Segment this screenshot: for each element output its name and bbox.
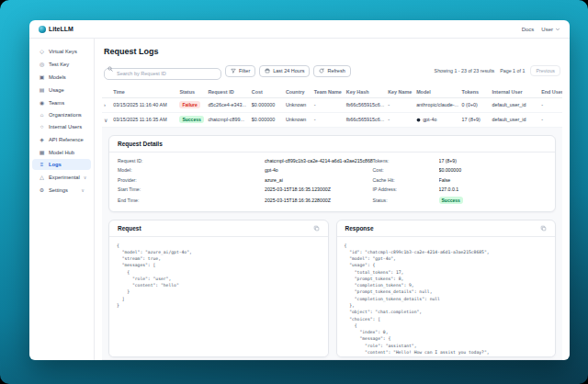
- cell-end-user: -: [539, 97, 562, 112]
- request-panel: Request { "model": "azure_ai/gpt-4o", "s…: [108, 220, 329, 357]
- request-logs-table: Time Status Request ID Cost Country Team…: [102, 86, 562, 128]
- litellm-logo[interactable]: LiteLLM: [39, 26, 74, 33]
- chevron-down-icon: ∨: [84, 175, 87, 180]
- detail-label: Start Time:: [118, 186, 265, 192]
- detail-value-cost: $0.000000: [439, 167, 548, 173]
- sidebar-item-usage[interactable]: ▤Usage: [32, 84, 91, 96]
- cell-country: Unknown: [284, 97, 312, 112]
- refresh-button[interactable]: Refresh: [313, 65, 350, 77]
- table-row[interactable]: › 03/15/2025 11:16:40 AM Failure d5c26ce…: [102, 97, 562, 112]
- detail-value-start-time: 2025-03-15T18:16:35.123000Z: [265, 186, 373, 192]
- logs-icon: ≡: [39, 162, 45, 167]
- litellm-app-window: LiteLLM Docs User ◇Virtual Keys ◎Test Ke…: [29, 20, 570, 360]
- desktop-backdrop: LiteLLM Docs User ◇Virtual Keys ◎Test Ke…: [0, 0, 588, 384]
- detail-label: End Time:: [118, 198, 265, 203]
- cell-request-id: d5c26ce4-e343...: [206, 97, 249, 112]
- docs-link[interactable]: Docs: [522, 27, 535, 32]
- user-menu[interactable]: User: [541, 27, 560, 32]
- sidebar-item-models[interactable]: ▣Models: [32, 71, 91, 83]
- openai-icon: [416, 118, 421, 122]
- results-count: Showing 1 - 23 of 23 results: [435, 68, 495, 73]
- search-input[interactable]: [104, 68, 221, 80]
- litellm-logo-text: LiteLLM: [49, 26, 74, 32]
- chevron-down-icon: ∨: [81, 187, 85, 193]
- sidebar-item-virtual-keys[interactable]: ◇Virtual Keys: [32, 45, 91, 57]
- response-panel-title: Response: [345, 225, 374, 232]
- col-key-hash[interactable]: Key Hash: [345, 86, 386, 98]
- cell-team-name: -: [312, 112, 345, 127]
- col-request-id[interactable]: Request ID: [206, 86, 249, 98]
- col-tokens[interactable]: Tokens: [460, 86, 491, 98]
- search-icon: [107, 66, 113, 72]
- collapse-row-icon[interactable]: ∨: [104, 118, 107, 123]
- col-model[interactable]: Model: [414, 86, 459, 98]
- sidebar-item-api-reference[interactable]: ◈API Reference: [32, 133, 91, 145]
- sidebar-item-test-key[interactable]: ◎Test Key: [32, 58, 91, 70]
- col-end-user[interactable]: End User: [539, 86, 562, 98]
- models-icon: ▣: [39, 73, 45, 80]
- sidebar-item-experimental[interactable]: △Experimental∨: [32, 171, 91, 183]
- sidebar-item-internal-users[interactable]: ○Internal Users: [32, 121, 91, 132]
- sidebar-item-logs[interactable]: ≡Logs: [32, 159, 91, 170]
- filter-funnel-icon: [231, 68, 236, 73]
- cell-time: 03/15/2025 11:16:35 AM: [111, 112, 177, 127]
- chevron-down-icon: [555, 27, 560, 32]
- user-menu-label: User: [541, 27, 553, 32]
- col-team-name[interactable]: Team Name: [312, 86, 345, 98]
- detail-value-provider: azure_ai: [265, 177, 373, 183]
- request-details-title: Request Details: [118, 141, 163, 147]
- copy-icon[interactable]: [540, 225, 547, 232]
- col-internal-user[interactable]: Internal User: [491, 86, 540, 98]
- cell-cost: $0.000000: [250, 97, 284, 112]
- sidebar-item-settings[interactable]: ⚙Settings∨: [32, 184, 91, 196]
- col-time[interactable]: Time: [111, 86, 177, 98]
- table-row-expanded[interactable]: ∨ 03/15/2025 11:16:35 AM Success chatcmp…: [102, 112, 562, 127]
- detail-label: Cache Hit:: [373, 177, 439, 183]
- expand-row-icon[interactable]: ›: [104, 102, 106, 107]
- filter-button[interactable]: Filter: [225, 65, 255, 77]
- previous-page-button[interactable]: Previous: [530, 65, 560, 76]
- settings-icon: ⚙: [39, 186, 45, 193]
- response-json: { "id": "chatcmpl-c899c1b3-ca2e-4214-a6d…: [337, 237, 556, 356]
- page-indicator: Page 1 of 1: [500, 68, 525, 73]
- status-badge: Success: [179, 116, 203, 123]
- calendar-icon: [265, 68, 270, 73]
- status-badge: Failure: [179, 101, 199, 108]
- litellm-logo-icon: [39, 26, 46, 33]
- sidebar-item-teams[interactable]: ◉Teams: [32, 96, 91, 108]
- request-details-card: Request Details Request ID: chatcmpl-c89…: [108, 135, 556, 212]
- logs-toolbar: Filter Last 24 Hours Refresh Showing 1 -…: [102, 62, 562, 80]
- cell-internal-user: default_user_id: [491, 97, 540, 112]
- cell-key-name: -: [386, 112, 414, 127]
- copy-icon[interactable]: [313, 225, 320, 232]
- cell-internal-user: default_user_id: [491, 112, 540, 127]
- cell-key-hash: fb66c565915c6...: [345, 97, 386, 112]
- sidebar-item-organizations[interactable]: ⌂Organizations: [32, 109, 91, 120]
- cell-end-user: -: [539, 112, 562, 127]
- experimental-icon: △: [39, 174, 45, 180]
- col-cost[interactable]: Cost: [250, 86, 284, 98]
- key-icon: ◇: [39, 48, 45, 54]
- time-range-button[interactable]: Last 24 Hours: [259, 65, 310, 77]
- expanded-log-detail: Request Details Request ID: chatcmpl-c89…: [102, 128, 562, 361]
- col-key-name[interactable]: Key Name: [386, 86, 414, 98]
- cell-key-name: -: [386, 97, 414, 112]
- detail-value-cache-hit: False: [439, 177, 548, 183]
- cell-request-id: chatcmpl-c899...: [206, 112, 249, 127]
- detail-value-request-id: chatcmpl-c899c1b3-ca2e-4214-a6d1-a3ae215…: [265, 158, 373, 164]
- cell-tokens: 17 (8+9): [460, 112, 491, 127]
- col-country[interactable]: Country: [284, 86, 312, 98]
- cell-team-name: -: [312, 97, 345, 112]
- refresh-icon: [319, 68, 324, 73]
- status-badge: Success: [439, 197, 463, 204]
- request-panel-title: Request: [118, 225, 141, 232]
- sidebar-item-model-hub[interactable]: ▦Model Hub: [32, 146, 91, 158]
- cell-model: gpt-4o: [423, 117, 436, 122]
- page-title: Request Logs: [104, 47, 562, 56]
- cell-country: Unknown: [284, 112, 312, 127]
- detail-label: Tokens:: [373, 158, 439, 164]
- detail-label: Request ID:: [118, 158, 265, 164]
- col-status[interactable]: Status: [177, 86, 206, 98]
- response-panel: Response { "id": "chatcmpl-c899c1b3-ca2e…: [336, 220, 557, 357]
- cell-model: anthropic/claude-...: [414, 97, 459, 112]
